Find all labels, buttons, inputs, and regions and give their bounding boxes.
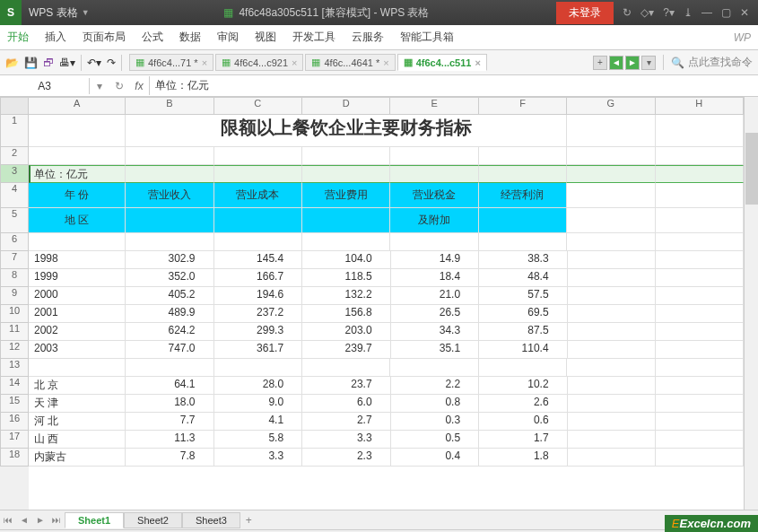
menu-3[interactable]: 公式 <box>142 30 163 45</box>
cell[interactable]: 21.0 <box>391 287 480 305</box>
cell[interactable]: 4.1 <box>214 413 303 431</box>
cell[interactable]: 110.4 <box>479 341 568 359</box>
cell[interactable]: 14.9 <box>391 251 480 269</box>
tab-prev-button[interactable]: ◄ <box>609 56 623 70</box>
row-header-7[interactable]: 7 <box>0 251 29 269</box>
cell[interactable]: 营业税金 <box>390 183 478 208</box>
cell[interactable]: 1999 <box>29 269 126 287</box>
cell[interactable] <box>479 233 567 251</box>
close-tab-icon[interactable]: × <box>292 57 297 68</box>
cell[interactable] <box>390 359 478 377</box>
cell[interactable]: 5.8 <box>214 431 303 449</box>
doc-tab-3[interactable]: ▦4f6c4...c511× <box>397 54 487 71</box>
cell[interactable] <box>568 305 656 323</box>
menu-6[interactable]: 视图 <box>255 30 276 45</box>
cell[interactable] <box>568 377 656 395</box>
cell[interactable] <box>656 395 744 413</box>
formula-input[interactable]: 单位：亿元 <box>149 76 758 95</box>
row-header-8[interactable]: 8 <box>0 269 29 287</box>
row-header-3[interactable]: 3 <box>0 165 29 183</box>
cell[interactable]: 361.7 <box>214 341 303 359</box>
cell[interactable] <box>568 395 656 413</box>
cell[interactable]: 营业收入 <box>126 183 213 208</box>
cell[interactable] <box>302 165 390 183</box>
col-header-B[interactable]: B <box>126 97 213 115</box>
cell[interactable] <box>567 208 655 233</box>
row-header-14[interactable]: 14 <box>0 377 29 395</box>
cell[interactable]: 山 西 <box>29 431 126 449</box>
sheet-tab-Sheet1[interactable]: Sheet1 <box>65 512 124 528</box>
cell[interactable]: 28.0 <box>214 377 303 395</box>
cell[interactable]: 经营利润 <box>479 183 567 208</box>
cell[interactable]: 299.3 <box>214 323 303 341</box>
cell[interactable]: 69.5 <box>479 305 568 323</box>
row-header-2[interactable]: 2 <box>0 147 29 165</box>
sheet-tab-Sheet3[interactable]: Sheet3 <box>182 512 240 528</box>
cell[interactable]: 1.7 <box>479 431 568 449</box>
cell[interactable]: 0.6 <box>479 413 568 431</box>
cell[interactable]: 1998 <box>29 251 126 269</box>
cell[interactable] <box>656 233 744 251</box>
cell[interactable]: 2002 <box>29 323 126 341</box>
cell[interactable]: 0.5 <box>391 431 480 449</box>
cell[interactable] <box>126 233 213 251</box>
cell[interactable] <box>390 165 478 183</box>
print-preview-icon[interactable]: 🗗 <box>43 57 54 69</box>
cell[interactable] <box>29 115 126 147</box>
cell[interactable]: 1.8 <box>479 449 568 467</box>
cell[interactable] <box>568 287 656 305</box>
cell[interactable]: 2001 <box>29 305 126 323</box>
cell[interactable] <box>479 208 567 233</box>
cell[interactable] <box>214 359 302 377</box>
sheet-nav-next-icon[interactable]: ► <box>32 515 48 525</box>
cell[interactable]: 624.2 <box>126 323 214 341</box>
cell[interactable] <box>390 147 478 165</box>
cell[interactable]: 352.0 <box>126 269 214 287</box>
row-header-13[interactable]: 13 <box>0 359 29 377</box>
cell[interactable]: 营业成本 <box>214 183 302 208</box>
maximize-button[interactable]: ▢ <box>721 6 731 19</box>
cell[interactable] <box>656 413 744 431</box>
fx-button[interactable]: fx <box>129 80 149 92</box>
cell[interactable] <box>302 208 390 233</box>
cell[interactable] <box>568 449 656 467</box>
cell[interactable]: 天 津 <box>29 395 126 413</box>
cell[interactable]: 48.4 <box>479 269 568 287</box>
cell[interactable]: 747.0 <box>126 341 214 359</box>
print-icon[interactable]: 🖶▾ <box>59 57 75 69</box>
sheet-nav-prev-icon[interactable]: ◄ <box>16 515 32 525</box>
cell[interactable]: 3.3 <box>214 449 303 467</box>
cell[interactable]: 405.2 <box>126 287 214 305</box>
doc-tab-2[interactable]: ▦4f6c...4641 *× <box>305 54 395 71</box>
cancel-formula-icon[interactable]: ↻ <box>109 80 129 92</box>
close-tab-icon[interactable]: × <box>475 57 480 68</box>
cell[interactable] <box>302 233 390 251</box>
tab-next-button[interactable]: ► <box>625 56 640 70</box>
cell[interactable] <box>479 147 567 165</box>
cell[interactable]: 302.9 <box>126 251 214 269</box>
cell[interactable]: 9.0 <box>214 395 303 413</box>
row-header-18[interactable]: 18 <box>0 449 29 467</box>
cell[interactable] <box>656 208 744 233</box>
cell[interactable]: 145.4 <box>214 251 303 269</box>
row-header-6[interactable]: 6 <box>0 233 29 251</box>
cell[interactable]: 489.9 <box>126 305 214 323</box>
cell[interactable] <box>567 147 655 165</box>
cell[interactable] <box>568 431 656 449</box>
menu-0[interactable]: 开始 <box>7 30 29 45</box>
cell[interactable] <box>567 359 655 377</box>
cell[interactable] <box>29 359 126 377</box>
menu-2[interactable]: 页面布局 <box>83 30 126 45</box>
cell[interactable] <box>656 341 744 359</box>
cell[interactable]: 限额以上餐饮企业主要财务指标 <box>126 115 567 147</box>
cell[interactable]: 2003 <box>29 341 126 359</box>
row-header-10[interactable]: 10 <box>0 305 29 323</box>
cell[interactable] <box>656 115 744 147</box>
cell[interactable] <box>214 147 302 165</box>
row-header-1[interactable]: 1 <box>0 115 29 147</box>
cell[interactable] <box>656 449 744 467</box>
cell[interactable]: 156.8 <box>302 305 391 323</box>
cell[interactable] <box>29 233 126 251</box>
menu-8[interactable]: 云服务 <box>352 30 384 45</box>
cell[interactable]: 6.0 <box>302 395 391 413</box>
